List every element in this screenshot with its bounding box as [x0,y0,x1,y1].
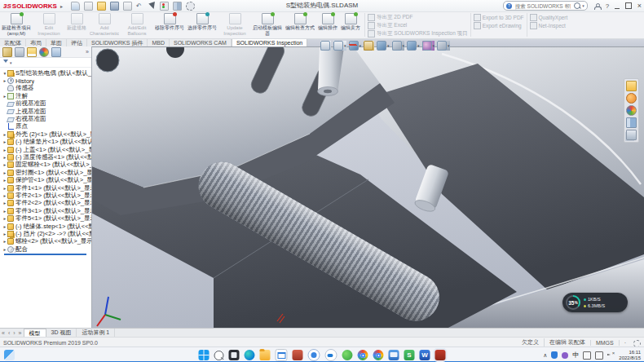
start-button[interactable] [199,350,210,360]
view-tool-caret[interactable]: ▾ [403,43,405,48]
tree-item[interactable]: ▸ 零件2<2> (默认<<默认>_显示状态- [2,200,91,207]
edge-icon[interactable] [245,350,255,360]
appearances-scenes-icon[interactable] [626,105,637,116]
tree-item[interactable]: 原点 [2,123,91,130]
display-pane-icon[interactable] [173,2,182,11]
restore-button[interactable] [625,2,632,9]
tree-item[interactable]: 上视基准面 [2,108,91,115]
onedrive-icon[interactable] [325,349,337,361]
word-icon[interactable]: W [420,350,430,360]
tab-scroll-button[interactable]: « [0,330,7,336]
browser-icon-2[interactable] [373,350,384,360]
wps-icon[interactable]: S [404,350,415,360]
remote-app-icon[interactable] [389,350,399,360]
tree-item[interactable]: 前视基准面 [2,100,91,108]
graphics-area[interactable]: 35% 1KB/S 6.3MB/S [91,46,644,329]
tree-item[interactable]: ▸ 固定螺栓<1> (默认<<默认>_显示状 [2,161,91,169]
command-tab[interactable]: SOLIDWORKS 插件 [87,39,148,46]
add-edit-balloons-button[interactable]: Add/Edit Balloons [121,11,153,38]
view-tool-caret[interactable]: ▾ [448,43,450,48]
tree-root-item[interactable]: ▾ S型铠装热电偶 (默认<默认_显示状态-1> [2,69,91,77]
tree-item[interactable]: ▸ 配合 [2,245,91,253]
custom-properties-icon[interactable] [626,130,637,140]
volume-muted-icon[interactable] [607,352,615,359]
filter-funnel-icon[interactable] [3,60,8,65]
edit-vendors-button[interactable]: 编辑卖方 [339,11,362,38]
undo-icon[interactable] [136,2,144,10]
configurationmanager-tab[interactable] [27,47,37,57]
view-tool-caret[interactable]: ▾ [387,43,390,48]
displaymanager-tab[interactable] [51,47,61,57]
help-icon[interactable]: ? [606,2,609,10]
command-tab[interactable]: 草图 [46,39,67,46]
view-tool-caret[interactable]: ▾ [344,43,346,48]
tree-item[interactable]: ▸ 保护管<1> (默认<<默认>_显示状态 [2,176,91,183]
tray-monitor-icon[interactable] [595,351,603,360]
taskbar-clock[interactable]: 16:11 2022/8/15 [619,350,641,361]
ime-indicator[interactable]: 中 [572,351,579,360]
open-icon[interactable] [97,2,106,11]
new-document-icon[interactable] [84,2,93,11]
launch-template-editor-button[interactable]: 启动模板编辑器 [251,11,284,38]
tree-item[interactable]: ▸ (-) 温度传感器<1> (默认<<默认>_显 [2,153,91,161]
featuremanager-tree-tab[interactable] [2,47,12,57]
tray-chevron-icon[interactable]: ∧ [543,352,547,359]
hide-show-items-icon[interactable]: ▾ [407,41,420,51]
tree-item[interactable]: ▸ 零件2<1> (默认<<默认>_显示状态- [2,192,91,199]
tray-shield-icon[interactable] [551,351,558,359]
display-style-icon[interactable]: ▾ [392,41,405,51]
network-speed-overlay[interactable]: 35% 1KB/S 6.3MB/S [562,293,628,312]
tree-item[interactable]: ▸ (-) 绝缘垫片<1> (默认<<默认>_显示 [2,139,91,146]
remove-balloons-button[interactable]: 移除零件序号 [153,11,186,38]
propertymanager-tab[interactable] [15,47,24,57]
filter-caret-icon[interactable]: ▾ [10,60,12,65]
edit-inspection-project-button[interactable]: Edit Inspection Project [33,11,65,38]
tree-item[interactable]: ▸ 密封圈<1> (默认<<默认>_显示状态 [2,169,91,176]
mail-icon[interactable] [276,349,288,361]
view-palette-icon[interactable] [626,117,637,128]
view-orientation-icon[interactable]: ▾ [377,41,390,51]
view-tool-icon[interactable] [349,41,359,51]
model-view-tab[interactable]: 运动算例 1 [77,329,115,337]
tree-item[interactable]: ▸ (-) 挡片 (2)<2> ->? (默认<<默认>_ [2,230,91,237]
app-icon-red[interactable] [293,350,303,360]
view-settings-icon[interactable]: ▾ [437,41,450,51]
tree-filter-row[interactable]: ▾ [0,58,91,68]
tree-item[interactable]: ▸ 零件5<1> (默认<<默认>_显示状态- [2,214,91,222]
task-view-icon[interactable] [229,350,240,360]
close-button[interactable]: × [637,2,642,10]
search-icon[interactable] [574,2,580,9]
command-tab[interactable]: MBD [148,39,170,46]
new-inspection-project-button[interactable]: 新建检查项目 (amp;M) [0,11,33,38]
edit-operations-button[interactable]: 编辑操作 [316,11,339,38]
menu-flyout-arrow[interactable]: ▸ [60,3,63,9]
new-spec-button[interactable]: 新建规格 [65,11,88,38]
zoom-area-icon[interactable]: ▾ [333,41,346,51]
model-view-tab[interactable]: 3D 视图 [46,329,77,337]
view-tool-caret[interactable]: ▾ [433,43,435,48]
view-tool-icon[interactable] [392,41,402,51]
widgets-icon[interactable] [4,350,15,360]
options-gear-icon[interactable] [186,2,195,11]
view-tool-icon[interactable] [437,41,447,51]
chrome-icon[interactable] [358,350,368,360]
print-icon[interactable] [123,2,132,11]
file-explorer-icon[interactable] [260,350,271,360]
tree-item[interactable]: ▸ 注解 [2,92,91,99]
tree-item[interactable]: ▸ 零件3<1> (默认<<默认>_显示状态- [2,207,91,214]
tree-item[interactable]: 传感器 [2,85,91,92]
export-item[interactable]: Export eDrawing [474,22,524,29]
help-search-box[interactable]: ? ▾ [503,1,588,11]
solidworks-taskbar-icon[interactable] [435,350,446,360]
export-item[interactable]: Net-Inspect [530,22,568,29]
panel-more-icon[interactable]: » [86,49,89,55]
add-characteristic-button[interactable]: Add Characteristic [88,11,121,38]
search-input[interactable] [514,2,572,10]
tree-item[interactable]: ▸ 螺栓<2> (默认<<默认>_显示状态- [2,238,91,245]
rollback-bar[interactable] [4,254,86,255]
taskbar-search-icon[interactable] [214,351,224,360]
edit-appearance-icon[interactable]: ▾ [422,41,435,51]
sign-in-user-icon[interactable] [594,3,600,9]
export-item[interactable]: 导出至 Excel [368,22,468,29]
tree-item[interactable]: 右视基准面 [2,115,91,122]
